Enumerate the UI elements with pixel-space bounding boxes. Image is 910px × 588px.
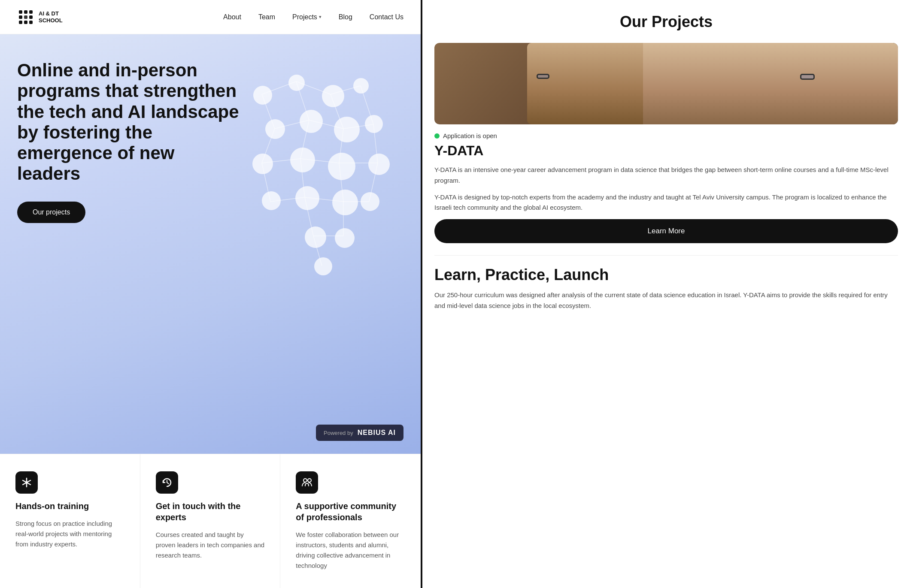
project-image: [434, 43, 898, 124]
asterisk-icon: [21, 476, 33, 488]
svg-rect-3: [19, 15, 22, 19]
feature-title-3: A supportive community of professionals: [296, 501, 405, 523]
experts-icon-box: [156, 471, 178, 494]
dot-18: [335, 228, 355, 248]
dot-12: [368, 154, 390, 175]
feature-card-hands-on: Hands-on training Strong focus on practi…: [0, 454, 140, 588]
feature-desc-2: Courses created and taught by proven lea…: [156, 530, 265, 561]
dot-8: [365, 115, 383, 133]
status-indicator: [434, 133, 440, 139]
projects-dropdown-icon: ▾: [319, 14, 322, 20]
hands-on-icon-box: [15, 471, 38, 494]
svg-rect-5: [29, 15, 33, 19]
dot-5: [265, 119, 285, 139]
sidebar: Our Projects Application is open Y-DATA …: [421, 0, 910, 588]
features-section: Hands-on training Strong focus on practi…: [0, 454, 421, 588]
learn-more-button[interactable]: Learn More: [434, 219, 898, 243]
svg-point-41: [303, 479, 307, 482]
svg-rect-6: [19, 21, 22, 24]
feature-card-community: A supportive community of professionals …: [280, 454, 421, 588]
svg-rect-2: [29, 10, 33, 14]
dot-16: [361, 192, 379, 211]
dot-7: [334, 117, 360, 142]
svg-rect-1: [24, 10, 27, 14]
glasses-left: [537, 74, 549, 79]
logo[interactable]: AI & DT SCHOOL: [17, 9, 63, 26]
sidebar-divider: [434, 255, 898, 256]
svg-rect-4: [24, 15, 27, 19]
second-section-heading: Learn, Practice, Launch: [434, 266, 898, 284]
project-desc-1: Y-DATA is an intensive one-year career a…: [434, 165, 898, 186]
dot-9: [252, 154, 273, 174]
project-name: Y-DATA: [434, 143, 898, 159]
dot-2: [288, 75, 305, 91]
dot-3: [322, 85, 344, 107]
svg-rect-8: [29, 21, 33, 24]
project-desc-2: Y-DATA is designed by top-notch experts …: [434, 192, 898, 214]
our-projects-button[interactable]: Our projects: [17, 202, 85, 223]
dot-17: [305, 226, 326, 248]
community-icon-box: [296, 471, 318, 494]
second-section-desc: Our 250-hour curriculum was designed aft…: [434, 290, 898, 311]
nav-about[interactable]: About: [223, 13, 241, 21]
nav-projects[interactable]: Projects ▾: [292, 13, 322, 21]
dot-1: [253, 86, 272, 105]
feature-title-1: Hands-on training: [15, 501, 124, 512]
dot-19: [314, 257, 332, 275]
network-visualization: [232, 69, 395, 274]
glasses-right: [800, 74, 815, 80]
feature-desc-3: We foster collaboration between our inst…: [296, 530, 405, 571]
project-card: Application is open Y-DATA Y-DATA is an …: [434, 43, 898, 243]
logo-icon: [17, 9, 34, 26]
feature-desc-1: Strong focus on practice including real-…: [15, 519, 124, 549]
nav-blog[interactable]: Blog: [339, 13, 352, 21]
hero-section: Online and in-person programs that stren…: [0, 34, 421, 454]
dot-6: [300, 110, 323, 133]
hero-content: Online and in-person programs that stren…: [17, 60, 240, 223]
navbar: AI & DT SCHOOL About Team Projects ▾ Blo…: [0, 0, 421, 34]
dot-11: [328, 153, 355, 180]
svg-rect-0: [19, 10, 22, 14]
powered-by-label: Powered by: [324, 430, 353, 436]
logo-text: AI & DT SCHOOL: [39, 10, 63, 24]
face-right: [643, 43, 898, 124]
nav-contact[interactable]: Contact Us: [370, 13, 403, 21]
status-text: Application is open: [443, 132, 497, 139]
svg-point-42: [308, 479, 311, 482]
status-row: Application is open: [434, 132, 898, 139]
feature-title-2: Get in touch with the experts: [156, 501, 265, 523]
svg-rect-7: [24, 21, 27, 24]
dot-15: [332, 190, 358, 215]
main-section: AI & DT SCHOOL About Team Projects ▾ Blo…: [0, 0, 421, 588]
dot-13: [262, 191, 281, 210]
dot-4: [353, 78, 369, 93]
feature-card-experts: Get in touch with the experts Courses cr…: [140, 454, 281, 588]
users-icon: [301, 476, 313, 488]
powered-by-badge: Powered by NEBIUS AI: [316, 425, 403, 441]
hero-title: Online and in-person programs that stren…: [17, 60, 240, 184]
sidebar-title: Our Projects: [434, 13, 898, 31]
dot-14: [295, 186, 319, 210]
nav-team[interactable]: Team: [258, 13, 275, 21]
refresh-icon: [161, 476, 173, 488]
dot-10: [290, 148, 315, 172]
nebius-brand: NEBIUS AI: [358, 429, 396, 437]
